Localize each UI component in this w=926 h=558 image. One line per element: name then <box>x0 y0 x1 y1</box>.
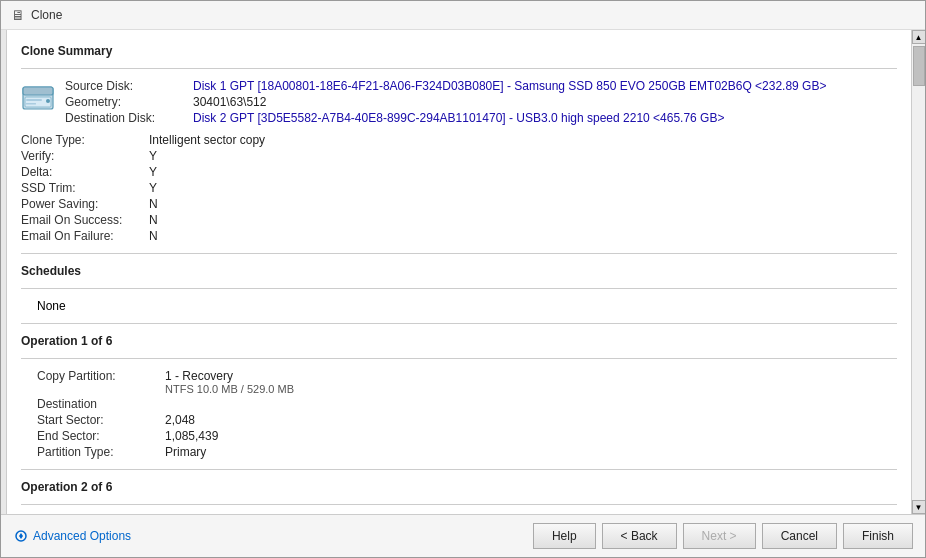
op1-start-sector-label: Start Sector: <box>37 413 157 427</box>
divider-6 <box>21 469 897 470</box>
op1-partition-type-label: Partition Type: <box>37 445 157 459</box>
op1-start-sector-value: 2,048 <box>165 413 897 427</box>
delta-value: Y <box>149 165 897 179</box>
bottom-bar: Advanced Options Help < Back Next > Canc… <box>1 514 925 557</box>
clone-options-table: Clone Type: Intelligent sector copy Veri… <box>21 133 897 243</box>
clone-type-label: Clone Type: <box>21 133 141 147</box>
source-disk-value: Disk 1 GPT [18A00801-18E6-4F21-8A06-F324… <box>193 79 826 93</box>
help-button[interactable]: Help <box>533 523 596 549</box>
destination-disk-label: Destination Disk: <box>65 111 185 125</box>
svg-rect-5 <box>26 103 36 105</box>
clone-summary-section: Clone Summary Source Disk: Disk 1 <box>21 44 897 243</box>
disk-info-row: Source Disk: Disk 1 GPT [18A00801-18E6-4… <box>21 79 897 125</box>
advanced-options-label: Advanced Options <box>33 529 131 543</box>
clone-options: Clone Type: Intelligent sector copy Veri… <box>21 133 897 243</box>
ssd-trim-label: SSD Trim: <box>21 181 141 195</box>
svg-rect-1 <box>23 87 53 95</box>
divider-4 <box>21 323 897 324</box>
schedules-section: Schedules None <box>21 253 897 313</box>
scrollbar-down-btn[interactable]: ▼ <box>912 500 926 514</box>
op1-end-sector-label: End Sector: <box>37 429 157 443</box>
back-button[interactable]: < Back <box>602 523 677 549</box>
op1-copy-partition-sub: NTFS 10.0 MB / 529.0 MB <box>165 383 897 395</box>
verify-value: Y <box>149 149 897 163</box>
operation2-heading: Operation 2 of 6 <box>21 480 897 494</box>
schedules-heading: Schedules <box>21 264 897 278</box>
email-success-value: N <box>149 213 897 227</box>
next-button[interactable]: Next > <box>683 523 756 549</box>
op1-copy-partition-col: 1 - Recovery NTFS 10.0 MB / 529.0 MB <box>165 369 897 395</box>
email-failure-value: N <box>149 229 897 243</box>
divider-3 <box>21 288 897 289</box>
operation2-section: Operation 2 of 6 Copy Partition: 2 - NO … <box>21 469 897 514</box>
title-bar: 🖥 Clone <box>1 1 925 30</box>
ssd-trim-value: Y <box>149 181 897 195</box>
op1-end-sector-value: 1,085,439 <box>165 429 897 443</box>
schedules-value: None <box>37 299 66 313</box>
button-group: Help < Back Next > Cancel Finish <box>533 523 913 549</box>
svg-rect-4 <box>26 99 42 101</box>
source-disk-label: Source Disk: <box>65 79 185 93</box>
clone-type-value: Intelligent sector copy <box>149 133 897 147</box>
op1-partition-type-value: Primary <box>165 445 897 459</box>
op1-destination-value <box>165 397 897 411</box>
op1-copy-partition-label: Copy Partition: <box>37 369 157 395</box>
cancel-button[interactable]: Cancel <box>762 523 837 549</box>
disk-icon <box>21 81 55 115</box>
operation1-section: Operation 1 of 6 Copy Partition: 1 - Rec… <box>21 323 897 459</box>
destination-disk-value: Disk 2 GPT [3D5E5582-A7B4-40E8-899C-294A… <box>193 111 826 125</box>
schedules-value-row: None <box>37 299 897 313</box>
operation1-heading: Operation 1 of 6 <box>21 334 897 348</box>
op1-destination-label: Destination <box>37 397 157 411</box>
email-failure-label: Email On Failure: <box>21 229 141 243</box>
divider-1 <box>21 68 897 69</box>
geometry-value: 30401\63\512 <box>193 95 826 109</box>
divider-5 <box>21 358 897 359</box>
geometry-label: Geometry: <box>65 95 185 109</box>
clone-window: 🖥 Clone Clone Summary <box>0 0 926 558</box>
scrollbar[interactable]: ▲ ▼ <box>911 30 925 514</box>
verify-label: Verify: <box>21 149 141 163</box>
advanced-options-link[interactable]: Advanced Options <box>13 528 131 544</box>
window-title: Clone <box>31 8 62 22</box>
divider-2 <box>21 253 897 254</box>
op1-copy-partition-value: 1 - Recovery <box>165 369 897 383</box>
email-success-label: Email On Success: <box>21 213 141 227</box>
power-saving-label: Power Saving: <box>21 197 141 211</box>
operation1-details: Copy Partition: 1 - Recovery NTFS 10.0 M… <box>37 369 897 459</box>
content-area: Clone Summary Source Disk: Disk 1 <box>1 30 925 514</box>
svg-point-3 <box>46 99 50 103</box>
power-saving-value: N <box>149 197 897 211</box>
scrollbar-up-btn[interactable]: ▲ <box>912 30 926 44</box>
finish-button[interactable]: Finish <box>843 523 913 549</box>
divider-7 <box>21 504 897 505</box>
main-content: Clone Summary Source Disk: Disk 1 <box>7 30 911 514</box>
scrollbar-thumb[interactable] <box>913 46 925 86</box>
clone-summary-heading: Clone Summary <box>21 44 897 58</box>
clone-window-icon: 🖥 <box>11 7 25 23</box>
wrench-icon <box>13 528 29 544</box>
delta-label: Delta: <box>21 165 141 179</box>
source-dest-info: Source Disk: Disk 1 GPT [18A00801-18E6-4… <box>65 79 826 125</box>
